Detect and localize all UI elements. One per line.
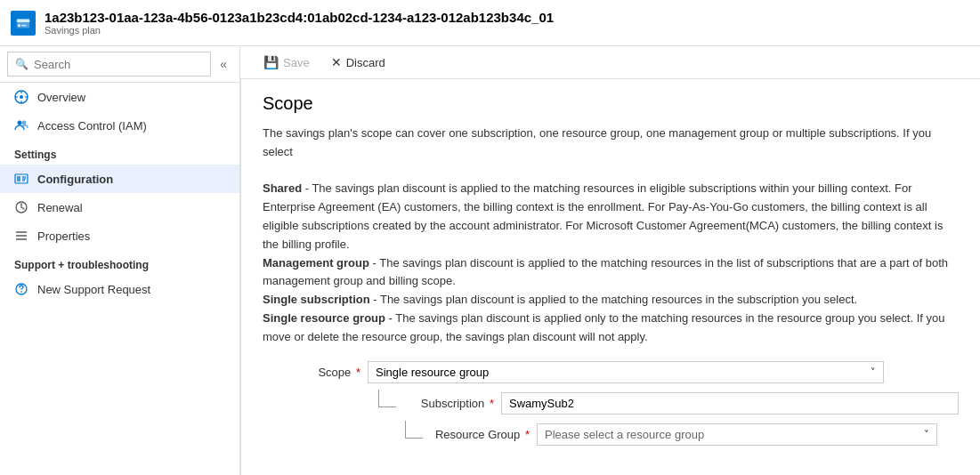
- sidebar-item-label-iam: Access Control (IAM): [37, 119, 147, 133]
- save-button[interactable]: 💾 Save: [255, 52, 319, 73]
- svg-rect-1: [17, 19, 29, 22]
- sidebar-item-iam[interactable]: Access Control (IAM): [0, 111, 239, 140]
- support-section-header: Support + troubleshooting: [0, 250, 239, 275]
- toolbar: 💾 Save ✕ Discard: [240, 46, 980, 79]
- content-area: Scope The savings plan's scope can cover…: [240, 79, 980, 475]
- scope-title: Scope: [263, 93, 959, 114]
- svg-rect-3: [21, 24, 26, 26]
- configuration-icon: [14, 172, 28, 186]
- settings-section-header: Settings: [0, 140, 239, 165]
- subscription-input[interactable]: [501, 392, 959, 415]
- scope-select-value: Single resource group: [376, 366, 489, 379]
- single-sub-text: - The savings plan discount is applied t…: [370, 293, 858, 306]
- scope-chevron-icon: ˅: [871, 366, 876, 378]
- svg-point-11: [22, 121, 27, 125]
- sidebar-item-new-support[interactable]: New Support Request: [0, 275, 239, 303]
- search-row: 🔍 «: [0, 46, 239, 83]
- sidebar-item-renewal[interactable]: Renewal: [0, 193, 239, 221]
- sidebar-item-label-properties: Properties: [37, 229, 90, 243]
- search-icon: 🔍: [15, 58, 28, 70]
- iam-icon: [14, 118, 28, 133]
- sidebar: 🔍 « Overview: [0, 46, 240, 475]
- search-input[interactable]: [34, 58, 203, 71]
- svg-point-10: [18, 121, 22, 125]
- renewal-icon: [14, 200, 28, 214]
- rg-connector: [405, 421, 423, 439]
- sidebar-item-properties[interactable]: Properties: [0, 221, 239, 250]
- subscription-required-star: *: [490, 397, 494, 410]
- discard-icon: ✕: [331, 55, 342, 69]
- discard-label: Discard: [346, 56, 385, 69]
- svg-point-5: [20, 95, 23, 99]
- content-panel: 💾 Save ✕ Discard Scope The savings plan'…: [240, 46, 980, 475]
- scope-row: Scope * Single resource group ˅: [263, 361, 959, 383]
- svg-rect-13: [17, 176, 20, 181]
- subscription-field-label: Subscription *: [396, 397, 494, 410]
- scope-required-star: *: [356, 366, 360, 379]
- shared-label: Shared: [263, 181, 302, 195]
- resource-group-label: Resource Group *: [423, 428, 530, 441]
- support-icon: [14, 282, 28, 296]
- save-icon: 💾: [263, 55, 279, 69]
- single-rg-label: Single resource group: [263, 311, 385, 325]
- sidebar-item-label-configuration: Configuration: [37, 173, 113, 186]
- save-label: Save: [283, 56, 310, 69]
- resource-group-select[interactable]: Please select a resource group ˅: [537, 423, 937, 446]
- subscription-row: Subscription *: [378, 392, 959, 415]
- resource-id: 1a23b123-01aa-123a-4b56-0123a1b23cd4:01a…: [45, 10, 554, 25]
- form-section: Scope * Single resource group ˅ Subscrip…: [263, 361, 959, 446]
- svg-point-2: [18, 24, 20, 27]
- search-box[interactable]: 🔍: [7, 52, 211, 76]
- sub-connector: [378, 390, 396, 407]
- title-bar: 1a23b123-01aa-123a-4b56-0123a1b23cd4:01a…: [0, 0, 980, 46]
- single-sub-label: Single subscription: [263, 293, 370, 306]
- overview-icon: [14, 90, 28, 104]
- svg-point-22: [20, 291, 22, 293]
- shared-text: - The savings plan discount is applied t…: [263, 181, 943, 250]
- resource-group-placeholder: Please select a resource group: [545, 428, 704, 441]
- resource-group-row: Resource Group * Please select a resourc…: [405, 423, 959, 446]
- sidebar-item-configuration[interactable]: Configuration: [0, 165, 239, 193]
- description-p1: The savings plan's scope can cover one s…: [263, 126, 931, 158]
- scope-description: The savings plan's scope can cover one s…: [263, 125, 959, 347]
- properties-icon: [14, 229, 28, 243]
- scope-field-label: Scope *: [263, 366, 360, 379]
- savings-plan-icon: [11, 11, 36, 36]
- collapse-button[interactable]: «: [215, 55, 232, 73]
- mgmt-label: Management group: [263, 256, 369, 270]
- rg-required-star: *: [525, 428, 530, 441]
- rg-chevron-icon: ˅: [924, 429, 929, 440]
- sidebar-item-label-support: New Support Request: [37, 283, 150, 296]
- sidebar-item-label-renewal: Renewal: [37, 201, 83, 214]
- resource-type: Savings plan: [45, 25, 554, 36]
- sidebar-item-overview[interactable]: Overview: [0, 83, 239, 111]
- discard-button[interactable]: ✕ Discard: [322, 52, 394, 73]
- sidebar-item-label-overview: Overview: [37, 91, 85, 104]
- scope-select[interactable]: Single resource group ˅: [368, 361, 884, 383]
- main-layout: 🔍 « Overview: [0, 46, 980, 475]
- title-text-group: 1a23b123-01aa-123a-4b56-0123a1b23cd4:01a…: [45, 10, 554, 36]
